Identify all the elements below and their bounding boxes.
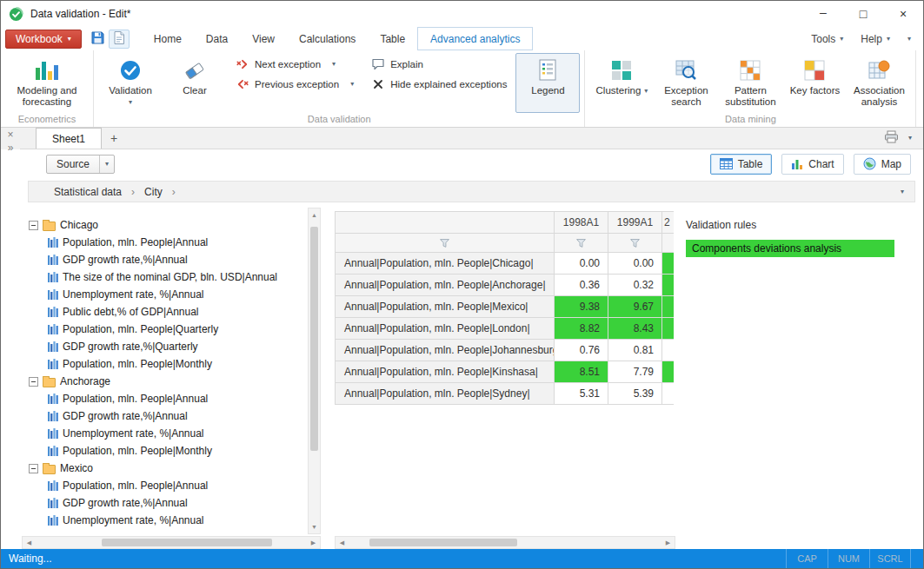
- breadcrumb-item-city[interactable]: City: [140, 186, 167, 198]
- filter-cell[interactable]: [335, 234, 555, 253]
- tree-item[interactable]: Unemployment rate, %|Annual: [22, 512, 308, 529]
- tree-item[interactable]: The size of the nominal GDP, bln. USD|An…: [22, 268, 308, 286]
- map-view-button[interactable]: Map: [854, 154, 911, 175]
- tab-view[interactable]: View: [240, 27, 287, 50]
- row-header-cell[interactable]: [335, 211, 555, 234]
- maximize-button[interactable]: □: [843, 1, 883, 27]
- value-cell[interactable]: 0.00: [555, 253, 608, 275]
- table-horizontal-scrollbar[interactable]: ◀ ▶: [335, 536, 675, 549]
- tree-vertical-scrollbar[interactable]: ▲ ▼: [308, 208, 321, 534]
- tree-item[interactable]: GDP growth rate,%|Annual: [22, 494, 308, 512]
- table-view-button[interactable]: Table: [710, 154, 773, 175]
- validation-rule[interactable]: Components deviations analysis: [686, 240, 894, 257]
- close-button[interactable]: ×: [883, 1, 923, 27]
- explain-button[interactable]: Explain: [368, 56, 427, 73]
- next-exception-button[interactable]: Next exception ▾: [232, 56, 339, 73]
- table-row[interactable]: Annual|Population, mln. People|Anchorage…: [335, 275, 675, 296]
- filter-cell[interactable]: [662, 234, 674, 253]
- filter-icon[interactable]: [630, 239, 640, 248]
- column-header-1998a1[interactable]: 1998A1: [555, 211, 608, 234]
- scrollbar-thumb[interactable]: [369, 539, 517, 546]
- value-cell[interactable]: 8.51: [555, 361, 608, 383]
- filter-icon[interactable]: [576, 239, 586, 248]
- tree-folder-mexico[interactable]: Mexico: [22, 460, 308, 477]
- tab-data[interactable]: Data: [194, 27, 240, 50]
- tree-item[interactable]: Population, mln. People|Annual: [22, 390, 308, 407]
- column-header-clipped[interactable]: 2: [662, 211, 674, 234]
- chart-view-button[interactable]: Chart: [781, 154, 843, 175]
- table-row[interactable]: Annual|Population, mln. People|Mexico|9.…: [335, 296, 675, 318]
- tree-horizontal-scrollbar[interactable]: ◀ ▶: [22, 536, 321, 549]
- previous-exception-button[interactable]: Previous exception ▾: [232, 76, 357, 93]
- filter-cell[interactable]: [555, 234, 608, 253]
- chevron-down-icon[interactable]: ▾: [350, 81, 354, 88]
- exception-search-button[interactable]: Exception search: [654, 53, 718, 113]
- scroll-up-icon[interactable]: ▲: [309, 208, 320, 222]
- scrollbar-track[interactable]: [309, 222, 320, 520]
- tree-item[interactable]: GDP growth rate,%|Annual: [22, 251, 308, 268]
- value-cell[interactable]: 8.82: [555, 318, 608, 340]
- tab-home[interactable]: Home: [142, 27, 194, 50]
- print-options-dropdown[interactable]: ▾: [905, 128, 915, 149]
- expand-panel-button[interactable]: »: [1, 141, 20, 154]
- tree-item[interactable]: Unemployment rate, %|Annual: [22, 286, 308, 303]
- scrollbar-track[interactable]: [36, 537, 307, 548]
- scroll-left-icon[interactable]: ◀: [336, 537, 349, 548]
- tree-folder-chicago[interactable]: Chicago: [22, 216, 308, 234]
- table-row[interactable]: Annual|Population, mln. People|Kinshasa|…: [335, 361, 675, 383]
- tree-item[interactable]: GDP growth rate,%|Annual: [22, 407, 308, 425]
- hide-explained-exceptions-button[interactable]: Hide explained exceptions: [368, 76, 510, 93]
- scrollbar-thumb[interactable]: [102, 539, 272, 546]
- tree-folder-anchorage[interactable]: Anchorage: [22, 373, 308, 390]
- value-cell[interactable]: 8.43: [608, 318, 662, 340]
- value-cell[interactable]: 7.79: [608, 361, 662, 383]
- tree-item[interactable]: Population, mln. People|Monthly: [22, 442, 308, 460]
- pattern-substitution-button[interactable]: Pattern substitution: [718, 53, 782, 113]
- legend-button[interactable]: Legend: [515, 53, 580, 113]
- table-row[interactable]: Annual|Population, mln. People|London|8.…: [335, 318, 675, 340]
- close-panel-button[interactable]: ×: [1, 128, 20, 141]
- print-preview-button[interactable]: [109, 30, 130, 49]
- chevron-down-icon[interactable]: ▾: [100, 161, 114, 168]
- clear-button[interactable]: Clear: [163, 53, 227, 113]
- modeling-and-forecasting-button[interactable]: Modeling and forecasting: [5, 53, 89, 113]
- chevron-down-icon[interactable]: ▾: [332, 61, 336, 68]
- collapse-icon[interactable]: [29, 377, 38, 387]
- ribbon-collapse-button[interactable]: ▾: [900, 33, 919, 45]
- help-menu[interactable]: Help ▾: [853, 30, 898, 48]
- tab-advanced-analytics[interactable]: Advanced analytics: [417, 27, 533, 50]
- tools-menu[interactable]: Tools ▾: [803, 30, 851, 48]
- scroll-left-icon[interactable]: ◀: [23, 537, 36, 548]
- tree-item[interactable]: Population, mln. People|Annual: [22, 477, 308, 494]
- filter-cell[interactable]: [608, 234, 662, 253]
- tree-item[interactable]: Public debt,% of GDP|Annual: [22, 303, 308, 321]
- breadcrumb-item-statistical-data[interactable]: Statistical data: [50, 186, 126, 198]
- scroll-right-icon[interactable]: ▶: [661, 537, 675, 548]
- tree-item[interactable]: Unemployment rate, %|Annual: [22, 425, 308, 442]
- tree-item[interactable]: Population, mln. People|Monthly: [22, 355, 308, 373]
- scroll-right-icon[interactable]: ▶: [307, 537, 320, 548]
- tree-item[interactable]: Population, mln. People|Quarterly: [22, 321, 308, 338]
- value-cell[interactable]: 5.39: [608, 383, 662, 405]
- add-sheet-button[interactable]: +: [102, 128, 126, 149]
- value-cell[interactable]: 0.00: [608, 253, 662, 275]
- print-button[interactable]: [881, 128, 902, 149]
- value-cell[interactable]: 0.81: [608, 340, 662, 361]
- scroll-down-icon[interactable]: ▼: [309, 520, 320, 533]
- workbook-button[interactable]: Workbook ▾: [5, 30, 82, 49]
- minimize-button[interactable]: –: [803, 1, 843, 27]
- collapse-icon[interactable]: [29, 221, 38, 230]
- column-header-1999a1[interactable]: 1999A1: [608, 211, 662, 234]
- collapse-icon[interactable]: [29, 464, 38, 473]
- value-cell[interactable]: 0.32: [608, 275, 662, 296]
- scrollbar-track[interactable]: [349, 537, 661, 548]
- tab-calculations[interactable]: Calculations: [287, 27, 368, 50]
- value-cell[interactable]: 5.31: [555, 383, 608, 405]
- table-row[interactable]: Annual|Population, mln. People|Sydney|5.…: [335, 383, 675, 405]
- filter-icon[interactable]: [440, 239, 449, 248]
- key-factors-button[interactable]: Key factors: [782, 53, 847, 113]
- value-cell[interactable]: 9.67: [608, 296, 662, 318]
- tree-item[interactable]: GDP growth rate,%|Quarterly: [22, 338, 308, 355]
- association-analysis-button[interactable]: Association analysis: [847, 53, 911, 113]
- table-row[interactable]: Annual|Population, mln. People|Johannesb…: [335, 340, 675, 361]
